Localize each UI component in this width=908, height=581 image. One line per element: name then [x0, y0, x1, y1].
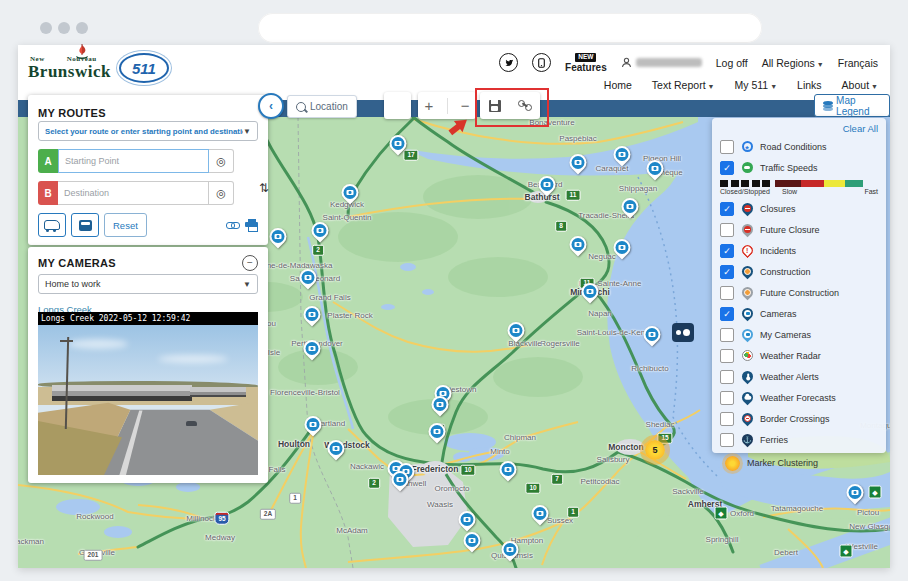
checkbox[interactable]: [720, 412, 734, 426]
chevron-down-icon: ▼: [243, 127, 251, 136]
truck-route-button[interactable]: [71, 213, 99, 237]
checkbox[interactable]: [720, 140, 734, 154]
share-link-icon[interactable]: [226, 219, 240, 231]
legend-item-construction: ✓Construction: [720, 261, 878, 282]
my-cameras-title: MY CAMERAS: [38, 257, 116, 269]
car-route-button[interactable]: [38, 213, 66, 237]
checkbox[interactable]: [720, 433, 734, 447]
starting-point-input[interactable]: [58, 149, 209, 173]
camera-icon: [739, 308, 755, 319]
starting-point-row: A ◎: [38, 149, 234, 173]
user-account[interactable]: [621, 57, 702, 68]
legend-label: Border Crossings: [760, 414, 830, 424]
legend-label: Weather Alerts: [760, 372, 819, 382]
checkbox[interactable]: [720, 286, 734, 300]
future-construction-icon: [739, 287, 755, 298]
mobile-app-icon[interactable]: [532, 53, 551, 72]
checkbox[interactable]: [720, 391, 734, 405]
route-shield: 10: [525, 483, 540, 494]
save-icon[interactable]: [489, 100, 501, 112]
locate-b-button[interactable]: ◎: [209, 181, 234, 205]
route-actions: Reset: [38, 213, 258, 237]
twitter-icon[interactable]: [499, 53, 518, 72]
route-shield: 2: [368, 478, 380, 489]
pegman-button[interactable]: [384, 92, 411, 119]
legend-label: Incidents: [760, 246, 796, 256]
header-top-links: NEW Features Log off All Regions▼ França…: [499, 53, 878, 73]
checkbox[interactable]: ✓: [720, 307, 734, 321]
point-b-badge: B: [38, 181, 58, 205]
log-off-link[interactable]: Log off: [716, 57, 748, 69]
legend-items: *Road Conditions✓Traffic SpeedsClosed/St…: [720, 136, 878, 450]
browser-chrome: [0, 0, 908, 45]
nav-item-text-report[interactable]: Text Report▼: [652, 79, 715, 91]
destination-input[interactable]: [58, 181, 209, 205]
park-marker[interactable]: ◆: [869, 486, 882, 499]
locate-a-button[interactable]: ◎: [209, 149, 234, 173]
nav-item-home[interactable]: Home: [604, 79, 632, 91]
route-shield: 95: [214, 512, 229, 525]
print-icon[interactable]: [245, 219, 258, 231]
ferry-icon: ⚓: [739, 434, 755, 445]
weather-alert-icon: [739, 371, 755, 382]
checkbox[interactable]: ✓: [720, 265, 734, 279]
weather-forecast-icon: [739, 392, 755, 403]
checkbox[interactable]: ✓: [720, 244, 734, 258]
route-shield: 8: [555, 221, 567, 232]
map-legend-button[interactable]: Map Legend: [814, 94, 890, 117]
collapse-routes-button[interactable]: ‹: [258, 93, 284, 119]
checkbox[interactable]: [720, 328, 734, 342]
checkbox[interactable]: ✓: [720, 202, 734, 216]
park-marker[interactable]: ◆: [715, 507, 728, 520]
site-logo[interactable]: NewNouveau Brunswick 511: [28, 53, 169, 83]
checkbox[interactable]: [720, 223, 734, 237]
multi-camera-pin[interactable]: [672, 323, 694, 347]
swap-points-icon[interactable]: ⇅: [259, 181, 269, 195]
camera-route-select[interactable]: Home to work ▼: [38, 274, 258, 294]
traffic-speeds-icon: [739, 162, 755, 173]
location-button[interactable]: Location: [287, 95, 357, 118]
nav-item-my-511[interactable]: My 511▼: [735, 79, 778, 91]
marker-cluster[interactable]: 5: [645, 440, 665, 460]
route-shield: 1: [567, 507, 579, 518]
collapse-cameras-icon[interactable]: −: [242, 255, 258, 271]
language-toggle[interactable]: Français: [838, 57, 878, 69]
share-icon[interactable]: [518, 100, 532, 112]
chevron-down-icon: ▼: [770, 83, 777, 90]
window-dot[interactable]: [58, 22, 70, 34]
legend-label: My Cameras: [760, 330, 811, 340]
nav-item-links[interactable]: Links: [797, 79, 822, 91]
route-shield: 2: [312, 245, 324, 256]
camera-caption: Longs Creek 2022-05-12 12:59:42: [38, 312, 258, 325]
park-marker[interactable]: ◆: [840, 545, 853, 558]
nav-item-about[interactable]: About▼: [842, 79, 878, 91]
incident-icon: !: [739, 245, 755, 256]
address-bar[interactable]: [258, 13, 762, 43]
zoom-in-button[interactable]: +: [425, 97, 434, 114]
route-select-value: Select your route or enter starting poin…: [45, 127, 243, 136]
car-icon: [44, 220, 60, 230]
reset-button[interactable]: Reset: [104, 213, 147, 237]
point-a-badge: A: [38, 149, 58, 173]
window-dot[interactable]: [76, 22, 88, 34]
camera-image: [38, 325, 258, 475]
legend-label: Construction: [760, 267, 811, 277]
legend-item-future-construction: Future Construction: [720, 282, 878, 303]
clear-all-link[interactable]: Clear All: [720, 123, 878, 134]
legend-item-marker-clustering: Marker Clustering: [720, 450, 878, 476]
main-nav: HomeText Report▼My 511▼LinksAbout▼: [604, 79, 878, 91]
route-select[interactable]: Select your route or enter starting poin…: [38, 121, 258, 141]
location-label: Location: [310, 101, 348, 112]
cluster-icon: [725, 456, 740, 471]
logo-brunswick: Brunswick: [28, 63, 111, 80]
checkbox[interactable]: ✓: [720, 161, 734, 175]
page: NewNouveau Brunswick 511 NEW Features: [18, 45, 890, 568]
checkbox[interactable]: [720, 370, 734, 384]
window-dot[interactable]: [40, 22, 52, 34]
legend-label: Weather Forecasts: [760, 393, 836, 403]
features-link[interactable]: NEW Features: [565, 53, 607, 73]
all-regions-dropdown[interactable]: All Regions▼: [762, 57, 824, 69]
legend-label: Future Closure: [760, 225, 820, 235]
camera-route-value: Home to work: [45, 279, 101, 289]
checkbox[interactable]: [720, 349, 734, 363]
